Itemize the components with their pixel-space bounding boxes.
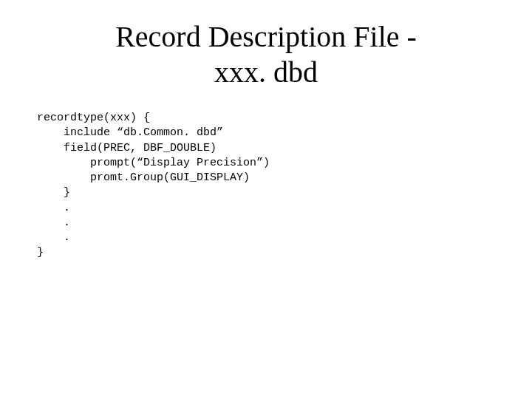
code-line: include “db.Common. dbd” (37, 126, 223, 139)
title-line-1: Record Description File - (115, 20, 417, 53)
code-line: recordtype(xxx) { (37, 112, 150, 124)
code-line: promt.Group(GUI_DISPLAY) (37, 171, 250, 184)
code-block: recordtype(xxx) { include “db.Common. db… (37, 111, 270, 261)
title-line-2: xxx. dbd (214, 55, 318, 89)
code-line: . (37, 216, 70, 229)
slide: Record Description File - xxx. dbd recor… (0, 0, 532, 399)
code-line: } (37, 186, 70, 199)
slide-title: Record Description File - xxx. dbd (0, 19, 532, 90)
code-line: } (37, 246, 44, 259)
code-line: . (37, 231, 70, 244)
code-line: . (37, 202, 70, 214)
code-line: field(PREC, DBF_DOUBLE) (37, 142, 216, 154)
code-line: prompt(“Display Precision”) (37, 157, 270, 169)
